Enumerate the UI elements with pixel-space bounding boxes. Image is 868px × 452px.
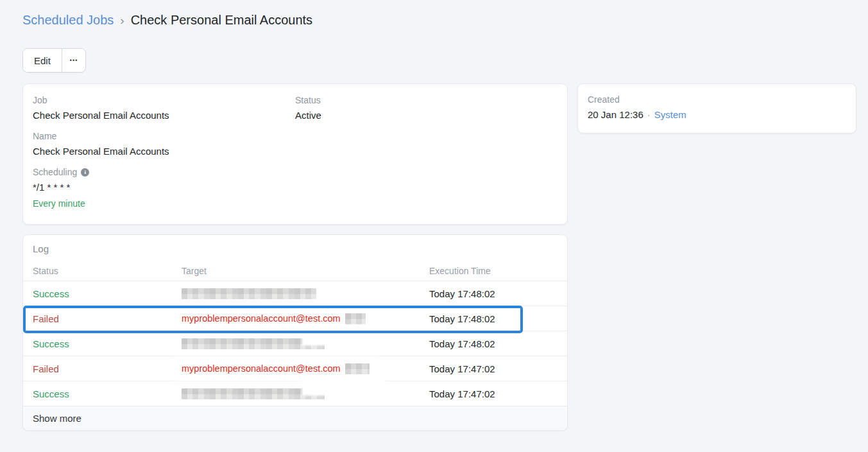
log-row: Success Today 17:48:02 (23, 331, 567, 356)
breadcrumb-separator-icon: › (120, 13, 124, 28)
row-status: Failed (23, 363, 182, 374)
status-label: Status (295, 95, 557, 105)
job-value: Check Personal Email Accounts (33, 109, 295, 121)
row-execution-time: Today 17:48:02 (429, 288, 567, 299)
edit-button[interactable]: Edit (23, 49, 62, 72)
show-more-button[interactable]: Show more (23, 406, 567, 430)
log-card: Log Status Target Execution Time Success… (22, 234, 568, 431)
row-status: Failed (23, 313, 182, 324)
log-row: Success Today 17:48:02 (23, 281, 567, 306)
breadcrumb: Scheduled Jobs › Check Personal Email Ac… (22, 13, 856, 28)
failed-target-email: myproblempersonalaccount@test.com (182, 313, 341, 324)
scheduled-job-detail-page: Scheduled Jobs › Check Personal Email Ac… (0, 0, 868, 431)
more-actions-button[interactable]: ••• (62, 49, 85, 72)
scheduling-hint: Every minute (33, 198, 295, 209)
row-status: Success (23, 288, 182, 299)
created-label: Created (588, 94, 846, 105)
redaction-halo (302, 327, 386, 345)
created-card: Created 20 Jan 12:36 · System (577, 83, 856, 134)
breadcrumb-link-scheduled-jobs[interactable]: Scheduled Jobs (22, 13, 114, 28)
field-name: Name Check Personal Email Accounts (33, 131, 295, 157)
log-table-header: Status Target Execution Time (23, 261, 567, 281)
job-label: Job (33, 95, 295, 105)
redaction-halo (302, 378, 386, 396)
info-icon[interactable]: i (81, 168, 89, 177)
redacted-target-suffix (345, 313, 366, 324)
job-details-card: Job Check Personal Email Accounts Name C… (22, 83, 568, 225)
log-title: Log (23, 235, 567, 261)
created-separator: · (647, 109, 651, 120)
page-title: Check Personal Email Accounts (131, 13, 312, 28)
row-execution-time: Today 17:48:02 (429, 313, 567, 324)
row-status: Success (23, 388, 182, 399)
row-execution-time: Today 17:47:02 (429, 363, 567, 374)
column-header-status: Status (23, 266, 182, 276)
failed-target-email: myproblempersonalaccount@test.com (182, 363, 341, 374)
created-by-link[interactable]: System (654, 109, 686, 120)
column-header-target: Target (182, 266, 429, 276)
scheduling-label: Scheduling (33, 167, 77, 177)
row-execution-time: Today 17:48:02 (429, 338, 567, 349)
row-status: Success (23, 338, 182, 349)
created-date: 20 Jan 12:36 (588, 109, 643, 120)
redacted-target (182, 288, 316, 299)
log-row-highlighted: Failed myproblempersonalaccount@test.com… (23, 306, 567, 331)
status-value: Active (295, 109, 557, 121)
field-status: Status Active (295, 95, 557, 121)
redacted-target-suffix (345, 363, 370, 374)
scheduling-value: */1 * * * * (33, 181, 295, 193)
name-value: Check Personal Email Accounts (33, 145, 295, 157)
toolbar: Edit ••• (22, 48, 86, 73)
log-row: Success Today 17:47:02 (23, 381, 567, 406)
log-row: Failed myproblempersonalaccount@test.com… (23, 356, 567, 381)
field-scheduling: Scheduling i */1 * * * * Every minute (33, 167, 295, 209)
column-header-execution-time: Execution Time (429, 266, 567, 276)
field-job: Job Check Personal Email Accounts (33, 95, 295, 121)
row-execution-time: Today 17:47:02 (429, 388, 567, 399)
name-label: Name (33, 131, 295, 141)
